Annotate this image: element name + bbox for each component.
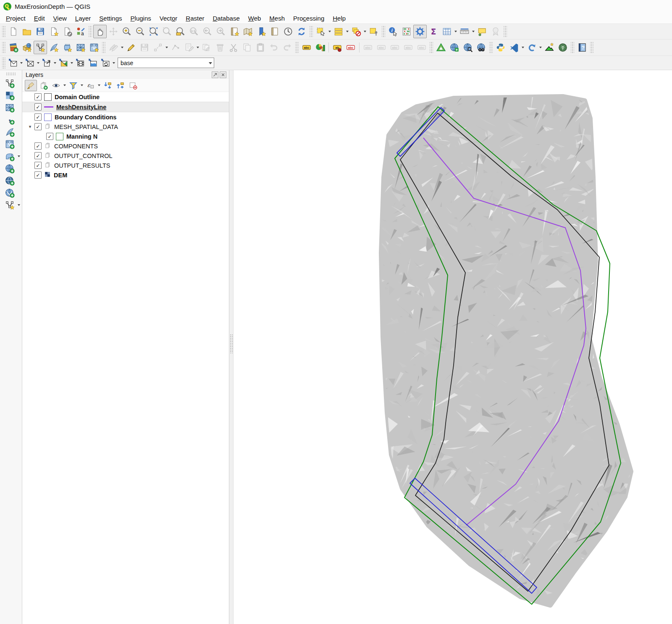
layer-visibility-checkbox[interactable]: ✓	[34, 103, 42, 111]
layer-label[interactable]: Boundary Conditions	[55, 114, 116, 121]
metasearch-button[interactable]	[461, 41, 475, 54]
expand-all-button[interactable]	[102, 80, 114, 91]
filter-legend-expression-button[interactable]: ε	[84, 80, 97, 91]
collapse-all-button[interactable]	[114, 80, 126, 91]
open-attribute-table-dropdown[interactable]	[454, 25, 458, 38]
temporal-controller-button[interactable]	[281, 25, 295, 38]
layer-label[interactable]: Manning N	[66, 133, 97, 140]
select-features-by-value-dropdown[interactable]	[345, 25, 349, 38]
measure-line-dropdown[interactable]	[471, 25, 475, 38]
float-panel-button[interactable]	[212, 71, 218, 78]
data-source-manager-button[interactable]	[7, 41, 20, 54]
plugin-reloader-button[interactable]	[525, 41, 538, 54]
filter-legend-dropdown[interactable]	[80, 80, 84, 91]
menu-settings[interactable]: Settings	[95, 13, 126, 23]
layer-visibility-checkbox[interactable]: ✓	[34, 171, 42, 179]
deselect-features-dropdown[interactable]	[363, 25, 367, 38]
plugin-reload-data-button[interactable]	[99, 57, 112, 69]
toolbar-grip[interactable]	[489, 42, 493, 53]
layer-row-manning-n[interactable]: ✓Manning N	[22, 132, 229, 141]
filter-legend-button[interactable]	[67, 80, 79, 91]
toolbar-grip[interactable]	[590, 42, 593, 53]
new-temporary-scratch-layer-button[interactable]	[87, 41, 101, 54]
add-wcs-layer-button[interactable]	[3, 174, 17, 187]
layer-visibility-checkbox[interactable]: ✓	[34, 162, 42, 169]
new-spatialite-layer-button[interactable]	[47, 41, 60, 54]
zoom-out-button[interactable]	[134, 25, 147, 38]
fill-symbol-swatch[interactable]	[44, 113, 52, 121]
deselect-features-button[interactable]	[349, 25, 363, 38]
toolbar-grip[interactable]	[2, 58, 5, 68]
zoom-in-button[interactable]	[120, 25, 134, 38]
panel-splitter[interactable]	[229, 70, 234, 624]
dxf2shp-converter-button[interactable]	[434, 41, 448, 54]
new-project-button[interactable]	[7, 25, 20, 38]
save-project-button[interactable]	[34, 25, 47, 38]
manage-map-themes-button[interactable]	[50, 80, 62, 91]
active-mesh-combobox[interactable]: base	[118, 58, 214, 68]
python-console-button[interactable]	[494, 41, 507, 54]
remove-layer-button[interactable]	[127, 80, 139, 91]
open-project-button[interactable]	[20, 25, 34, 38]
plugin-import-attributes-dropdown[interactable]	[36, 57, 40, 69]
zoom-full-button[interactable]	[147, 25, 160, 38]
menu-help[interactable]: Help	[328, 13, 350, 23]
plugin-style-layers-button[interactable]	[57, 57, 70, 69]
highlight-pinned-labels-button[interactable]: abc	[344, 41, 357, 54]
toolbar-grip[interactable]	[102, 42, 105, 53]
toolbar-grip[interactable]	[504, 26, 507, 37]
layer-label[interactable]: DEM	[54, 172, 67, 179]
show-statistics-button[interactable]: Σ	[427, 25, 440, 38]
layer-visibility-checkbox[interactable]: ✓	[34, 123, 42, 130]
measure-line-button[interactable]	[458, 25, 471, 38]
layer-visibility-checkbox[interactable]: ✓	[34, 113, 42, 121]
menu-database[interactable]: Database	[209, 13, 244, 23]
new-shapefile-layer-button[interactable]	[34, 41, 47, 54]
plugin-style-layers-dropdown[interactable]	[70, 57, 74, 69]
add-mesh-layer-button[interactable]	[3, 101, 17, 114]
menu-project[interactable]: Project	[2, 13, 30, 23]
layer-row-domain-outline[interactable]: ✓Domain Outline	[22, 92, 229, 102]
layer-row-boundary-conditions[interactable]: ✓Boundary Conditions	[22, 112, 229, 122]
menu-raster[interactable]: Raster	[181, 13, 208, 23]
toolbar-grip[interactable]	[310, 26, 313, 37]
toggle-editing-button[interactable]	[124, 41, 138, 54]
toolbar-grip[interactable]	[430, 42, 433, 53]
new-mesh-layer-button[interactable]	[74, 41, 87, 54]
manage-map-themes-dropdown[interactable]	[63, 80, 67, 91]
menu-vector[interactable]: Vector	[155, 13, 182, 23]
menu-mesh[interactable]: Mesh	[265, 13, 289, 23]
processing-toolbox-button[interactable]	[413, 25, 427, 38]
layer-label[interactable]: MeshDensityLine	[56, 104, 106, 111]
layer-visibility-checkbox[interactable]: ✓	[34, 142, 42, 150]
profile-tool-button[interactable]	[543, 41, 556, 54]
pin-unpin-labels-button[interactable]: ab	[331, 41, 344, 54]
add-delimited-text-layer-button[interactable]: ,	[3, 113, 17, 126]
layer-row-output-results[interactable]: ✓OUTPUT_RESULTS	[22, 161, 229, 170]
add-virtual-layer-button[interactable]	[3, 138, 17, 150]
show-spatial-bookmarks-button[interactable]	[268, 25, 281, 38]
add-spatialite-layer-button[interactable]	[3, 126, 17, 138]
add-postgis-layer-dropdown[interactable]	[17, 150, 21, 163]
plugin-increment-layer-button[interactable]	[40, 57, 53, 69]
new-spatial-bookmark-button[interactable]	[255, 25, 268, 38]
menu-view[interactable]: View	[49, 13, 71, 23]
code-editor-dropdown[interactable]	[521, 41, 525, 54]
toolbar-grip[interactable]	[2, 26, 5, 37]
toolbar-grip[interactable]	[2, 42, 5, 53]
toolbar-grip[interactable]	[89, 26, 92, 37]
layer-diagram-options-button[interactable]	[313, 41, 327, 54]
menu-plugins[interactable]: Plugins	[126, 13, 155, 23]
layer-row-components[interactable]: ✓COMPONENTS	[22, 141, 229, 151]
fill-symbol-swatch[interactable]	[56, 133, 63, 140]
close-panel-button[interactable]	[220, 71, 226, 78]
new-print-layout-button[interactable]	[47, 25, 60, 38]
plugin-reloader-dropdown[interactable]	[538, 41, 543, 54]
layer-label[interactable]: OUTPUT_CONTROL	[54, 153, 113, 159]
toolbar-grip[interactable]	[382, 26, 385, 37]
add-wfs-layer-button[interactable]	[3, 187, 17, 199]
filter-legend-expression-dropdown[interactable]	[97, 80, 101, 91]
new-geopackage-layer-button[interactable]	[20, 41, 34, 54]
plugin-import-empty-file-button[interactable]	[7, 57, 19, 69]
menu-web[interactable]: Web	[244, 13, 265, 23]
